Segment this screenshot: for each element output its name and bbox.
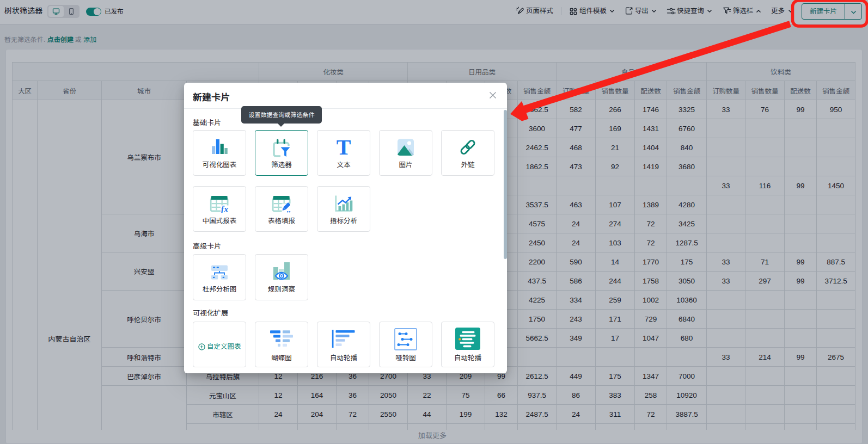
svg-text:fx: fx [221,204,228,213]
svg-text:T: T [337,139,351,156]
